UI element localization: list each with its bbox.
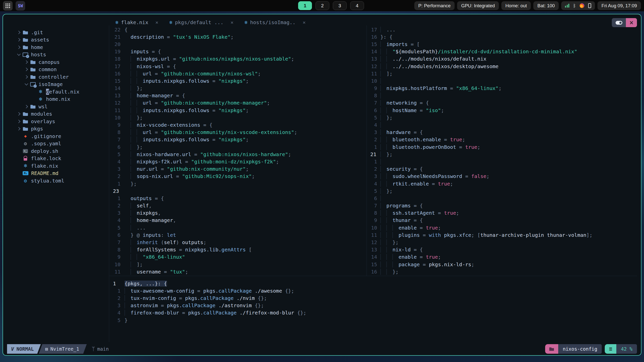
code-line: 1 tux-awesome-wm-config = pkgs.callPacka… bbox=[112, 287, 515, 294]
tree-item[interactable]: >_deploy.sh bbox=[16, 147, 109, 155]
code-text: }; bbox=[125, 85, 143, 91]
indent-guide bbox=[125, 269, 131, 275]
tab-close-icon[interactable]: × bbox=[155, 19, 158, 25]
code-text: astronvim = pkgs.callPackage ./astronvim… bbox=[125, 302, 264, 308]
chevron-down-icon bbox=[23, 83, 30, 85]
code-text: ssh.startAgent = true; bbox=[380, 210, 459, 216]
tab-pkgs-default-[interactable]: ❄pkgs/default ...× bbox=[169, 19, 233, 25]
token: = bbox=[182, 310, 188, 316]
code-text: url = "github:nix-community/nix-vscode-e… bbox=[125, 129, 297, 135]
tree-item[interactable]: common bbox=[16, 66, 109, 73]
token: ; bbox=[499, 85, 502, 91]
code-line: 9 nixpkgs.hostPlatform = "x86_64-linux"; bbox=[370, 85, 637, 92]
tree-item[interactable]: ⚙stylua.toml bbox=[16, 177, 109, 185]
tab-close-icon[interactable]: × bbox=[303, 19, 306, 25]
workspace-button[interactable]: 2 bbox=[315, 1, 329, 10]
token: nix-ld bbox=[392, 247, 414, 253]
tab-close-icon[interactable]: × bbox=[230, 19, 233, 25]
workspace-button[interactable]: 1 bbox=[298, 1, 312, 10]
code-line: 2 bluetooth.enable = true; bbox=[370, 136, 637, 143]
line-number: 1 bbox=[370, 144, 380, 150]
tree-item[interactable]: ⚙.sops.yaml bbox=[16, 140, 109, 148]
token: }; bbox=[386, 115, 392, 121]
token: pkgs.xfce bbox=[444, 232, 471, 238]
token: ; bbox=[246, 137, 249, 143]
code-text: }; bbox=[380, 239, 398, 245]
token: "github:nix-community/home-manager" bbox=[161, 100, 267, 106]
token: package bbox=[398, 261, 423, 267]
git-branch: ᛘ main bbox=[92, 346, 109, 352]
tree-item-label: common bbox=[38, 66, 57, 72]
token: ssh.startAgent bbox=[392, 210, 438, 216]
code-text: }; bbox=[380, 151, 392, 157]
token: ; bbox=[288, 151, 291, 157]
line-number: 2 bbox=[112, 173, 125, 179]
token: "nixpkgs" bbox=[218, 107, 246, 113]
tree-item[interactable]: modules bbox=[16, 110, 109, 118]
line-number: 17 bbox=[370, 27, 380, 33]
line-number: 5 bbox=[112, 317, 125, 323]
tree-item[interactable]: controller bbox=[16, 73, 109, 81]
token: , bbox=[173, 217, 176, 223]
token: ${modulesPath} bbox=[395, 49, 438, 55]
tree-item[interactable]: wsl bbox=[16, 103, 109, 110]
tree-item[interactable]: ❄flake.nix bbox=[16, 162, 109, 170]
token: ; bbox=[294, 129, 297, 135]
token: true bbox=[426, 225, 438, 231]
editor-iso[interactable]: 17 ...16}: {15 imports = [14 "${modulesP… bbox=[370, 26, 637, 275]
tab-hosts-isoImag-[interactable]: ❄hosts/isoImag..× bbox=[245, 19, 306, 25]
indent-guide bbox=[125, 288, 131, 294]
code-line: 7 programs = { bbox=[370, 202, 637, 209]
tree-item[interactable]: M↓README.md bbox=[16, 170, 109, 177]
tree-item[interactable]: canopus bbox=[16, 58, 109, 66]
tree-item[interactable]: ❄default.nix bbox=[16, 88, 109, 96]
tree-item-label: overlays bbox=[31, 118, 55, 124]
tree-item[interactable]: ◆.gitignore bbox=[16, 132, 109, 140]
tree-item-label: flake.nix bbox=[31, 163, 58, 169]
tree-item[interactable]: assets bbox=[16, 36, 109, 44]
tree-item[interactable]: isoImage bbox=[16, 81, 109, 88]
indent-guide bbox=[386, 210, 392, 216]
nix-icon: ❄ bbox=[245, 20, 248, 25]
tab-flake-nix[interactable]: ❄flake.nix× bbox=[115, 19, 158, 25]
code-line: 4 bbox=[370, 121, 637, 128]
folder-icon bbox=[30, 74, 36, 80]
tree-item[interactable]: hosts bbox=[16, 51, 109, 59]
indent-guide bbox=[386, 144, 392, 150]
token: thunar-archive-plugin thunar-volman bbox=[480, 232, 586, 238]
tree-item[interactable]: ❄home.nix bbox=[16, 96, 109, 103]
code-line: 5 }; bbox=[370, 187, 637, 195]
token: callPackage bbox=[200, 295, 237, 301]
indent-guide bbox=[137, 254, 143, 260]
code-line: 3 sudo.wheelNeedsPassword = false; bbox=[370, 173, 637, 180]
tree-item[interactable]: .git bbox=[16, 29, 109, 36]
line-number: 2 bbox=[112, 295, 125, 301]
workspace-button[interactable]: 3 bbox=[333, 1, 347, 10]
tree-item[interactable]: overlays bbox=[16, 118, 109, 125]
tree-item[interactable]: home bbox=[16, 43, 109, 51]
line-number: 7 bbox=[370, 203, 380, 209]
code-text: inputs = { bbox=[125, 49, 161, 55]
indent-guide bbox=[380, 166, 386, 172]
line-number: 8 bbox=[370, 93, 380, 99]
launcher-button[interactable] bbox=[3, 1, 13, 11]
line-number: 14 bbox=[112, 85, 125, 91]
indent-guide bbox=[380, 217, 386, 223]
tree-item[interactable]: flake.lock bbox=[16, 155, 109, 162]
logo-badge[interactable]: $W bbox=[16, 1, 25, 11]
code-line: 1 }; bbox=[112, 180, 366, 187]
code-text: package = pkgs.nix-ld-rs; bbox=[380, 261, 474, 267]
code-text: ... bbox=[125, 225, 146, 231]
editor-pkgs[interactable]: 1{pkgs, ...}: {1 tux-awesome-wm-config =… bbox=[112, 280, 515, 324]
code-line: 16 }; bbox=[370, 268, 637, 275]
line-number: 3 bbox=[370, 129, 380, 135]
editor-flake[interactable]: 22{21 description = "tux's NixOS Flake";… bbox=[112, 26, 366, 275]
workspace-button[interactable]: 4 bbox=[350, 1, 364, 10]
line-number: 22 bbox=[112, 27, 125, 33]
indent-guide bbox=[386, 254, 392, 260]
token: hardware bbox=[386, 129, 414, 135]
tree-item[interactable]: pkgs bbox=[16, 125, 109, 133]
code-text: nixos-wsl = { bbox=[125, 63, 176, 69]
code-line: 1 bbox=[370, 158, 637, 165]
buffer-icon: ▤ bbox=[45, 346, 48, 351]
